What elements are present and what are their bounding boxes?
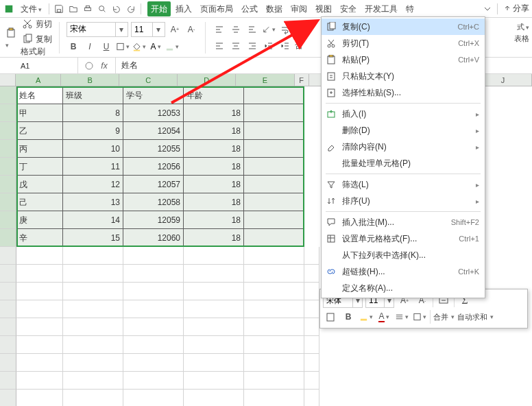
ctx-format-cells[interactable]: 设置单元格格式(F)... Ctrl+1 [322, 230, 485, 247]
cell[interactable]: 年龄 [184, 86, 244, 104]
col-head-a[interactable]: A [16, 74, 61, 86]
cell[interactable]: 学号 [123, 86, 184, 104]
wrap-text-icon[interactable] [278, 23, 292, 36]
font-name-input[interactable] [67, 23, 115, 36]
cell[interactable] [16, 354, 63, 372]
fx-cancel-icon[interactable] [84, 60, 95, 71]
cell[interactable]: 12 [63, 176, 123, 193]
cell[interactable]: 18 [184, 122, 244, 140]
cell[interactable] [244, 176, 304, 193]
row-head[interactable] [0, 176, 16, 193]
cell[interactable]: 18 [184, 193, 244, 211]
cell[interactable] [63, 336, 123, 354]
cell[interactable]: 18 [184, 140, 244, 158]
row-head[interactable] [0, 265, 16, 283]
cell[interactable] [244, 336, 304, 354]
cell[interactable]: 12057 [123, 176, 184, 193]
cell[interactable] [304, 247, 319, 265]
cell[interactable] [16, 300, 63, 318]
cell[interactable]: 18 [184, 158, 244, 176]
formula-value[interactable]: 姓名 [116, 60, 138, 71]
increase-font-icon[interactable]: A+ [168, 23, 182, 36]
ctx-delete[interactable]: 删除(D) ▸ [322, 122, 485, 139]
cell[interactable]: 18 [184, 176, 244, 193]
cell[interactable] [244, 318, 304, 336]
fx-icon[interactable]: fx [99, 60, 110, 71]
tab-start[interactable]: 开始 [147, 1, 171, 16]
cell[interactable]: 8 [63, 104, 123, 122]
cell[interactable] [16, 372, 63, 390]
row-head[interactable] [0, 86, 16, 104]
mini-fill-color-icon[interactable] [359, 309, 374, 324]
row-head[interactable] [0, 229, 16, 247]
col-head-c[interactable]: C [119, 74, 178, 86]
cell[interactable] [63, 265, 123, 283]
cell[interactable] [63, 247, 123, 265]
cell[interactable] [63, 354, 123, 372]
copy-button[interactable]: 复制 [21, 32, 52, 46]
cell[interactable] [244, 211, 304, 229]
orientation-icon[interactable] [262, 23, 276, 36]
row-head[interactable] [0, 122, 16, 140]
mini-font-color-icon[interactable]: A [376, 309, 391, 324]
ctx-comment[interactable]: 插入批注(M)... Shift+F2 [322, 214, 485, 230]
cell[interactable]: 丁 [16, 158, 63, 176]
cell[interactable] [16, 265, 63, 283]
tab-review[interactable]: 审阅 [287, 1, 311, 16]
cell[interactable]: 姓名 [16, 86, 63, 104]
cell[interactable] [244, 265, 304, 283]
cell[interactable]: 18 [184, 211, 244, 229]
cell[interactable] [63, 390, 123, 406]
cell[interactable] [16, 390, 63, 406]
underline-button[interactable]: U [99, 40, 113, 53]
cell[interactable] [244, 86, 304, 104]
cut-button[interactable]: 剪切 [21, 17, 52, 31]
row-head[interactable] [0, 390, 16, 406]
select-all-corner[interactable] [0, 74, 16, 86]
row-head[interactable] [0, 211, 16, 229]
qa-print-icon[interactable] [82, 3, 94, 15]
cell[interactable] [63, 283, 123, 300]
border-button[interactable] [116, 40, 130, 53]
cell[interactable] [244, 140, 304, 158]
cell[interactable]: 15 [63, 229, 123, 247]
ctx-paste-text[interactable]: 只粘贴文本(Y) [322, 68, 485, 84]
align-top-icon[interactable] [213, 23, 226, 36]
chevron-down-icon[interactable]: ▾ [115, 23, 126, 36]
cell[interactable] [304, 336, 319, 354]
cell[interactable]: 12053 [123, 104, 184, 122]
chevron-down-icon[interactable]: ▾ [152, 23, 163, 36]
merge-button[interactable]: 合 [295, 40, 303, 51]
cell[interactable]: 10 [63, 140, 123, 158]
row-head[interactable] [0, 193, 16, 211]
qa-preview-icon[interactable] [96, 3, 108, 15]
col-head-d[interactable]: D [178, 74, 236, 86]
col-head-b[interactable]: B [61, 74, 119, 86]
decrease-font-icon[interactable]: A- [184, 23, 198, 36]
tab-data[interactable]: 数据 [263, 1, 286, 16]
ctx-paste-special[interactable]: 选择性粘贴(S)... [322, 84, 485, 101]
cell[interactable] [244, 354, 304, 372]
cell-style-icon[interactable]: 式 [517, 22, 529, 32]
cell[interactable] [123, 283, 184, 300]
name-box[interactable]: A1 [0, 58, 78, 74]
row-head[interactable] [0, 336, 16, 354]
ctx-copy[interactable]: 复制(C) Ctrl+C [322, 19, 485, 35]
cell[interactable] [184, 283, 244, 300]
qa-open-icon[interactable] [67, 3, 80, 15]
table-style-button[interactable]: 表格 [514, 34, 529, 44]
highlight-button[interactable] [165, 40, 179, 53]
mini-autosum-button[interactable]: 自动求和 [457, 312, 494, 322]
cell[interactable] [304, 390, 319, 406]
align-right-icon[interactable] [245, 39, 259, 53]
cell[interactable] [123, 336, 184, 354]
collapse-ribbon-icon[interactable] [483, 5, 492, 13]
row-head[interactable] [0, 247, 16, 265]
cell[interactable]: 己 [16, 193, 63, 211]
cell[interactable] [184, 354, 244, 372]
cell[interactable] [244, 390, 304, 406]
tab-page-layout[interactable]: 页面布局 [197, 1, 237, 16]
cell[interactable] [184, 372, 244, 390]
cell[interactable] [244, 247, 304, 265]
font-color-button[interactable]: A [149, 40, 162, 53]
